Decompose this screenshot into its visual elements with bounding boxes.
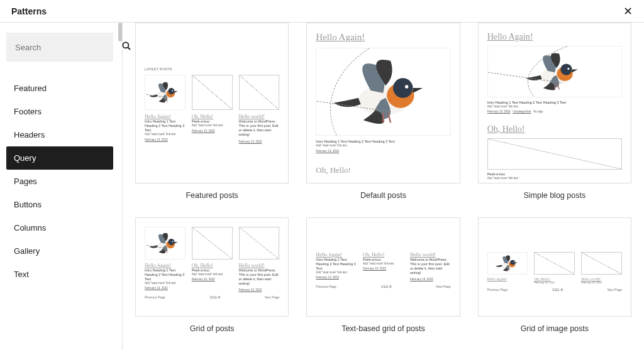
pattern-label: Featured posts	[135, 191, 289, 200]
pattern-label: Simple blog posts	[478, 191, 631, 200]
post-readmore: Add "read more" link text	[145, 133, 186, 136]
post-title: Oh, Hello!	[363, 252, 404, 258]
pattern-label: Default posts	[306, 191, 460, 200]
post-title: Oh, Hello!	[192, 263, 233, 268]
post-tags: No tags	[533, 110, 543, 113]
svg-point-6	[123, 42, 128, 48]
post-title: Hello Again!	[487, 32, 622, 42]
preview-heading: LATEST POSTS	[145, 67, 279, 71]
post-readmore: Add "read more" link text	[192, 273, 233, 276]
close-icon[interactable]: ✕	[623, 6, 633, 17]
post-excerpt: Intro Heading 1 Text Heading 2 Text Head…	[316, 258, 357, 271]
category-headers[interactable]: Headers	[6, 123, 113, 146]
pager-status: 1/1|1–8	[381, 285, 392, 288]
category-list: Featured Footers Headers Query Pages But…	[6, 77, 113, 286]
post-title: Hello world!	[239, 263, 280, 268]
pager-prev: Previous Page	[145, 295, 165, 299]
pattern-text-grid-of-posts[interactable]: Hello Again! Intro Heading 1 Text Headin…	[306, 217, 460, 333]
category-featured[interactable]: Featured	[6, 77, 113, 100]
pattern-preview: LATEST POSTS Hello Again! Intro Heading …	[135, 23, 289, 183]
post-date: February 13, 2022	[192, 278, 233, 281]
post-subtitle: February 13, 2022	[581, 281, 622, 284]
post-date: February 13, 2022	[145, 138, 186, 141]
pager-next: Next Page	[265, 295, 279, 299]
post-date: February 13, 2022	[487, 110, 511, 113]
search-icon	[121, 40, 132, 54]
post-title: Hello Again!	[316, 32, 450, 43]
post-date: February 13, 2022	[145, 287, 186, 290]
post-excerpt: Intro Heading 1 Text Heading 2 Text Head…	[316, 139, 450, 144]
pager-status: 1/1|1–8	[552, 288, 563, 292]
post-excerpt: Peek-a-boo	[192, 119, 233, 124]
category-columns[interactable]: Columns	[6, 216, 113, 239]
post-date: February 13, 2022	[239, 288, 280, 292]
post-title: Hello Again!	[487, 277, 528, 281]
post-date: February 13, 2022	[410, 278, 451, 281]
post-subtitle: February 13, 2022	[534, 281, 575, 284]
pattern-featured-posts[interactable]: LATEST POSTS Hello Again! Intro Heading …	[135, 23, 289, 200]
category-footers[interactable]: Footers	[6, 100, 113, 123]
post-date: February 13, 2022	[239, 140, 280, 143]
post-excerpt: Peek-a-boo	[363, 258, 404, 262]
post-excerpt: Intro Heading 1 Text Heading 2 Text Head…	[145, 119, 186, 133]
pattern-default-posts[interactable]: Hello Again! Intro Heading 1 Text Headin…	[306, 23, 460, 200]
post-excerpt: Peek-a-boo	[487, 172, 622, 177]
post-title: Hello Again!	[145, 263, 186, 268]
header-bar: Patterns ✕	[0, 0, 644, 23]
post-date: February 13, 2022	[192, 129, 233, 133]
post-title: Oh, Hello!	[192, 114, 233, 119]
post-readmore: Add "read more" link text	[487, 105, 622, 108]
category-buttons[interactable]: Buttons	[6, 193, 113, 216]
category-pages[interactable]: Pages	[6, 170, 113, 193]
post-readmore: Add "read more" link text	[363, 262, 404, 265]
post-excerpt: Welcome to WordPress. This is your first…	[239, 268, 280, 287]
post-excerpt: Intro Heading 1 Text Heading 2 Text Head…	[145, 268, 186, 282]
post-title: Hello Again!	[316, 252, 357, 258]
image-placeholder	[192, 227, 233, 260]
patterns-grid: LATEST POSTS Hello Again! Intro Heading …	[123, 23, 644, 350]
post-date: February 13, 2022	[363, 267, 404, 270]
pattern-grid-of-posts[interactable]: Hello Again! Intro Heading 1 Text Headin…	[135, 217, 289, 333]
pager-status: 1/1|1–8	[209, 295, 220, 299]
image-placeholder	[534, 252, 575, 275]
pattern-preview: Hello Again! Intro Heading 1 Text Headin…	[478, 23, 631, 183]
pattern-grid-of-image-posts[interactable]: Hello Again! Oh, Hello! February 13, 202…	[478, 217, 631, 333]
pattern-preview: Hello Again! Intro Heading 1 Text Headin…	[135, 217, 289, 317]
pager-next: Next Page	[608, 288, 622, 292]
pattern-preview: Hello Again! Oh, Hello! February 13, 202…	[478, 217, 631, 317]
post-readmore: Add "read more" link text	[192, 124, 233, 127]
pager: Previous Page 1/1|1–8 Next Page	[145, 295, 279, 299]
pager-next: Next Page	[436, 285, 450, 288]
pager: Previous Page 1/1|1–8 Next Page	[487, 288, 622, 292]
pattern-label: Text-based grid of posts	[306, 324, 460, 333]
category-query[interactable]: Query	[6, 146, 113, 170]
image-placeholder	[487, 138, 622, 170]
pattern-simple-blog-posts[interactable]: Hello Again! Intro Heading 1 Text Headin…	[478, 23, 631, 200]
post-title: Oh, Hello!	[487, 124, 622, 134]
post-readmore: Add "read more" link text	[487, 177, 622, 180]
post-readmore: Add "read more" link text	[316, 144, 450, 147]
post-excerpt: Welcome to WordPress. This is your first…	[239, 119, 280, 138]
pattern-label: Grid of image posts	[478, 324, 631, 333]
post-date: February 13, 2022	[316, 276, 357, 279]
post-category: Uncategorized	[513, 110, 531, 113]
pattern-label: Grid of posts	[135, 324, 289, 333]
post-title: Oh, Hello!	[316, 165, 450, 175]
image-placeholder	[239, 227, 280, 260]
pager-prev: Previous Page	[487, 288, 508, 292]
search-input[interactable]	[15, 43, 121, 52]
image-placeholder	[239, 75, 280, 110]
pager-prev: Previous Page	[316, 285, 336, 288]
category-text[interactable]: Text	[6, 263, 113, 286]
post-title: Hello Again!	[145, 114, 186, 119]
sidebar: Featured Footers Headers Query Pages But…	[0, 23, 123, 350]
category-gallery[interactable]: Gallery	[6, 239, 113, 263]
search-field[interactable]	[6, 33, 113, 62]
page-title: Patterns	[11, 6, 47, 16]
post-readmore: Add "read more" link text	[145, 282, 186, 285]
scrollbar-handle[interactable]	[118, 23, 122, 41]
image-placeholder	[192, 75, 233, 110]
svg-line-7	[128, 47, 130, 50]
post-date: February 13, 2022	[316, 150, 450, 153]
image-placeholder	[581, 252, 622, 275]
